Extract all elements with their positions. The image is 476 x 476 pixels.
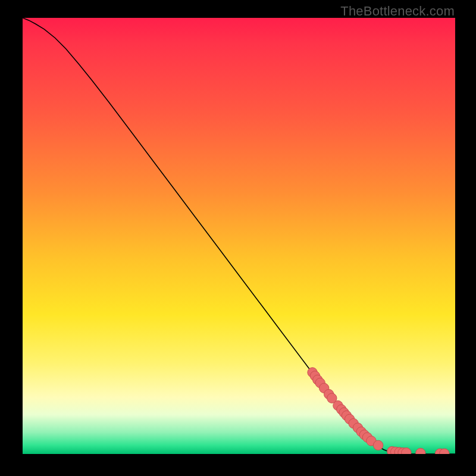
plot-area: [23, 18, 455, 454]
watermark-text: TheBottleneck.com: [340, 4, 455, 19]
scatter-points: [308, 368, 449, 454]
scatter-point: [416, 448, 425, 454]
chart-svg: [23, 18, 455, 454]
scatter-point: [373, 440, 383, 450]
chart-frame: TheBottleneck.com: [0, 0, 476, 476]
decay-curve: [23, 18, 455, 454]
